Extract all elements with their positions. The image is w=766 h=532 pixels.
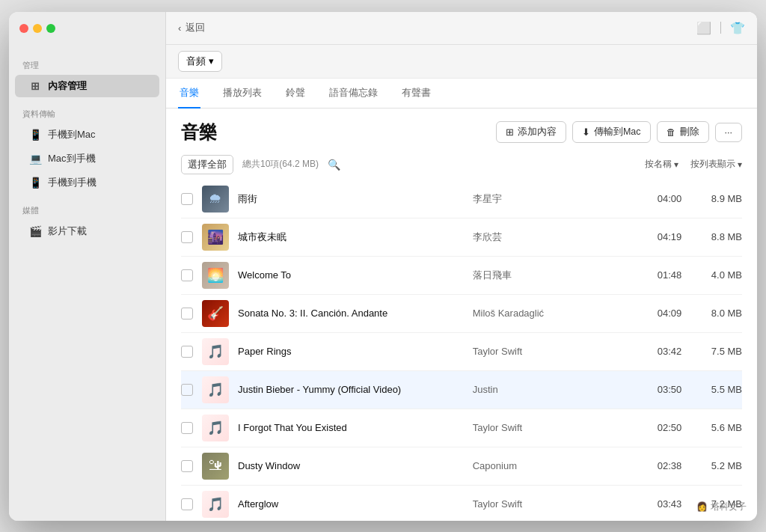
tabs: 音樂 播放列表 鈴聲 語音備忘錄 有聲書	[166, 79, 757, 108]
divider	[720, 22, 721, 34]
table-row[interactable]: 🏜 Dusty Window Caponium 02:38 5.2 MB	[181, 447, 742, 486]
table-row[interactable]: 🎵 Justin Bieber - Yummy (Official Video)…	[181, 371, 742, 409]
row-checkbox[interactable]	[181, 384, 193, 396]
sidebar-item-label: 手機到Mac	[48, 128, 96, 141]
song-duration: 03:43	[651, 498, 688, 510]
video-download-icon: 🎬	[28, 225, 42, 237]
song-duration: 04:19	[651, 231, 688, 242]
table-row[interactable]: 🎵 Afterglow Taylor Swift 03:43 7.2 MB	[181, 486, 742, 521]
sort-list-label: 按列表顯示	[690, 158, 735, 171]
song-artist: Taylor Swift	[473, 346, 642, 357]
tab-voice-memo[interactable]: 語音備忘錄	[328, 79, 379, 108]
sidebar-item-phone-to-phone[interactable]: 📱 手機到手機	[15, 171, 159, 194]
song-artist: 落日飛車	[473, 269, 642, 282]
device-selector[interactable]: 音頻 ▾	[178, 51, 222, 72]
table-row[interactable]: 🌆 城市夜未眠 李欣芸 04:19 8.8 MB	[181, 218, 742, 257]
album-art: 🎵	[202, 376, 229, 403]
album-art: 🌅	[202, 262, 229, 289]
album-art: 🌆	[202, 224, 229, 251]
sort-by-list-button[interactable]: 按列表顯示 ▾	[690, 158, 742, 171]
more-button[interactable]: ···	[715, 123, 742, 142]
traffic-lights	[19, 24, 55, 33]
album-art: 🏜	[202, 453, 229, 480]
dropdown-arrow-icon: ▾	[209, 55, 214, 67]
song-size: 5.2 MB	[697, 460, 742, 471]
album-art: 🎸	[202, 300, 229, 327]
row-checkbox[interactable]	[181, 231, 193, 243]
song-duration: 02:38	[651, 460, 688, 471]
tab-ringtone[interactable]: 鈴聲	[284, 79, 307, 108]
select-all-button[interactable]: 選擇全部	[181, 155, 233, 174]
content-area: 音樂 ⊞ 添加內容 ⬇ 傳輸到Mac 🗑 刪除	[166, 108, 757, 521]
song-artist: 李欣芸	[473, 230, 642, 244]
song-size: 5.6 MB	[697, 422, 742, 433]
watermark: 👩 塔科女子	[696, 501, 747, 513]
music-list: 🌧 雨街 李星宇 04:00 8.9 MB 🌆 城市夜未眠 李欣芸 04:19 …	[166, 180, 757, 521]
song-duration: 04:09	[651, 308, 688, 319]
add-icon: ⊞	[506, 126, 514, 138]
table-row[interactable]: 🎵 I Forgot That You Existed Taylor Swift…	[181, 409, 742, 447]
song-size: 4.0 MB	[697, 269, 742, 281]
song-duration: 03:50	[651, 384, 688, 395]
song-title: Sonata No. 3: II. Canción. Andante	[238, 308, 464, 319]
delete-button[interactable]: 🗑 刪除	[657, 121, 709, 143]
titlebar-icons: ⬜ 👕	[696, 21, 745, 35]
song-title: 雨街	[238, 192, 464, 206]
sidebar-item-phone-to-mac[interactable]: 📱 手機到Mac	[15, 123, 159, 146]
table-row[interactable]: 🎵 Paper Rings Taylor Swift 03:42 7.5 MB	[181, 333, 742, 371]
toolbar-row: 選擇全部 總共10項(64.2 MB) 🔍 按名稱 ▾ 按列表顯示 ▾	[166, 150, 757, 180]
sidebar-item-mac-to-phone[interactable]: 💻 Mac到手機	[15, 147, 159, 170]
transfer-to-mac-button[interactable]: ⬇ 傳輸到Mac	[572, 121, 651, 143]
album-art: 🎵	[202, 415, 229, 441]
device-bar: 音頻 ▾	[166, 45, 757, 79]
back-arrow-icon: ‹	[178, 22, 181, 34]
add-content-button[interactable]: ⊞ 添加內容	[496, 121, 566, 143]
sort-by-name-button[interactable]: 按名稱 ▾	[645, 158, 678, 171]
shirt-icon[interactable]: 👕	[730, 21, 745, 35]
row-checkbox[interactable]	[181, 422, 193, 434]
tab-music[interactable]: 音樂	[178, 79, 200, 108]
minimize-button[interactable]	[33, 24, 42, 33]
row-checkbox[interactable]	[181, 193, 193, 205]
song-title: Justin Bieber - Yummy (Official Video)	[238, 384, 464, 395]
song-duration: 04:00	[651, 193, 688, 204]
song-size: 7.5 MB	[697, 346, 742, 357]
album-art: 🌧	[202, 186, 229, 213]
row-checkbox[interactable]	[181, 498, 193, 510]
song-artist: 李星宇	[473, 192, 642, 206]
search-icon[interactable]: 🔍	[328, 159, 340, 171]
song-duration: 03:42	[651, 346, 688, 357]
song-size: 8.9 MB	[697, 193, 742, 204]
close-button[interactable]	[19, 24, 28, 33]
row-checkbox[interactable]	[181, 460, 193, 472]
song-title: I Forgot That You Existed	[238, 422, 464, 433]
sidebar-item-video-download[interactable]: 🎬 影片下載	[15, 220, 159, 242]
sort-list-arrow-icon: ▾	[738, 159, 742, 170]
window-icon[interactable]: ⬜	[696, 21, 711, 35]
watermark-icon: 👩	[696, 501, 708, 512]
sidebar-item-content-manage[interactable]: ⊞ 內容管理	[15, 75, 159, 97]
song-title: Afterglow	[238, 498, 464, 510]
transfer-icon: ⬇	[582, 126, 590, 138]
phone-mac-icon: 📱	[28, 129, 42, 141]
delete-label: 刪除	[680, 126, 699, 138]
sidebar-section-transfer: 資料傳輸	[9, 98, 165, 123]
sort-name-label: 按名稱	[645, 158, 672, 171]
song-duration: 01:48	[651, 269, 688, 281]
song-artist: Miloš Karadaglić	[473, 308, 642, 319]
tab-playlist[interactable]: 播放列表	[221, 79, 263, 108]
row-checkbox[interactable]	[181, 269, 193, 281]
tab-audiobook[interactable]: 有聲書	[400, 79, 432, 108]
row-checkbox[interactable]	[181, 346, 193, 358]
back-button[interactable]: ‹ 返回	[178, 21, 205, 34]
song-title: Paper Rings	[238, 346, 464, 357]
table-row[interactable]: 🌅 Welcome To 落日飛車 01:48 4.0 MB	[181, 257, 742, 295]
song-duration: 02:50	[651, 422, 688, 433]
song-artist: Caponium	[473, 460, 642, 471]
row-checkbox[interactable]	[181, 308, 193, 319]
song-artist: Taylor Swift	[473, 498, 642, 510]
main-panel: ‹ 返回 ⬜ 👕 音頻 ▾ 音樂 播放列表 鈴聲	[166, 12, 757, 521]
maximize-button[interactable]	[46, 24, 55, 33]
table-row[interactable]: 🌧 雨街 李星宇 04:00 8.9 MB	[181, 180, 742, 218]
table-row[interactable]: 🎸 Sonata No. 3: II. Canción. Andante Mil…	[181, 295, 742, 333]
